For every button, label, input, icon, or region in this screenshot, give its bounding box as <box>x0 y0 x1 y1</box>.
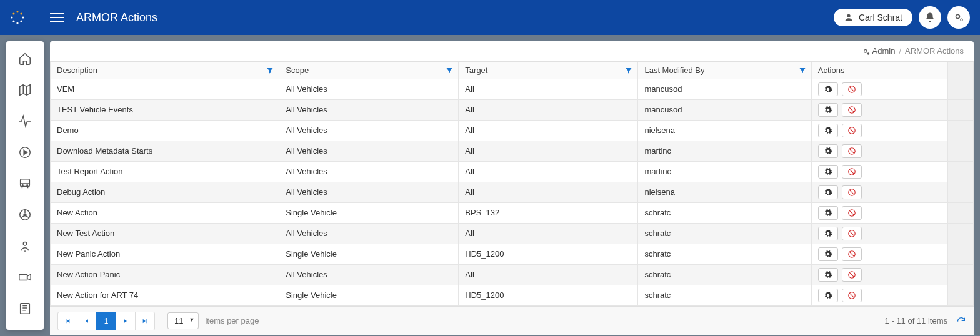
sidebar-item-bus[interactable] <box>18 176 32 191</box>
cell-modified-by: schratc <box>638 285 811 305</box>
breadcrumb-admin-link[interactable]: Admin <box>872 46 896 56</box>
cell-modified-by: schratc <box>638 223 811 244</box>
column-header-modified-by[interactable]: Last Modified By <box>638 62 811 79</box>
cell-actions <box>811 79 948 99</box>
user-menu-button[interactable]: Carl Schrat <box>834 9 912 26</box>
row-settings-button[interactable] <box>818 124 838 137</box>
sidebar-item-home[interactable] <box>18 51 32 66</box>
cell-scope: All Vehicles <box>279 182 459 202</box>
table-row: Download Metadata StartsAll VehiclesAllm… <box>51 141 974 161</box>
pager-last-button[interactable] <box>135 312 155 330</box>
row-delete-button[interactable] <box>842 103 862 117</box>
column-header-scope[interactable]: Scope <box>279 62 459 79</box>
cell-modified-by: schratc <box>638 244 811 264</box>
cell-description: New Action for ART 74 <box>51 285 279 305</box>
cell-modified-by: martinc <box>638 141 811 161</box>
cell-modified-by: schratc <box>638 202 811 223</box>
table-row: TEST Vehicle EventsAll VehiclesAllmancus… <box>51 99 974 120</box>
page-title: ARMOR Actions <box>76 11 158 24</box>
gear-icon <box>824 85 832 94</box>
prohibit-icon <box>848 85 856 94</box>
sidebar-item-book[interactable] <box>18 301 32 316</box>
pager-page-1-button[interactable]: 1 <box>96 312 116 330</box>
row-delete-button[interactable] <box>842 124 862 137</box>
cell-scope: All Vehicles <box>279 141 459 161</box>
gears-icon <box>953 12 964 23</box>
svg-rect-17 <box>21 304 30 314</box>
row-delete-button[interactable] <box>842 165 862 179</box>
gears-icon <box>862 47 871 56</box>
row-settings-button[interactable] <box>818 247 838 261</box>
svg-point-8 <box>847 14 850 17</box>
pager-prev-button[interactable] <box>77 312 97 330</box>
page-size-select[interactable]: 11 <box>168 312 199 329</box>
row-settings-button[interactable] <box>818 185 838 199</box>
row-settings-button[interactable] <box>818 103 838 117</box>
table-row: Debug ActionAll VehiclesAllnielsena <box>51 182 974 202</box>
row-settings-button[interactable] <box>818 206 838 220</box>
cell-target: All <box>459 141 638 161</box>
sidebar-item-map[interactable] <box>18 82 32 97</box>
svg-point-3 <box>20 20 22 22</box>
row-delete-button[interactable] <box>842 227 862 240</box>
row-settings-button[interactable] <box>818 289 838 302</box>
row-delete-button[interactable] <box>842 185 862 199</box>
row-settings-button[interactable] <box>818 227 838 240</box>
prohibit-icon <box>848 106 856 114</box>
sidebar-item-activity[interactable] <box>18 114 32 129</box>
filter-icon[interactable] <box>446 67 453 74</box>
sidebar <box>6 41 44 330</box>
menu-toggle-button[interactable] <box>50 11 64 24</box>
row-delete-button[interactable] <box>842 82 862 96</box>
cell-target: HD5_1200 <box>459 244 638 264</box>
row-delete-button[interactable] <box>842 289 862 302</box>
svg-point-7 <box>12 12 14 14</box>
prohibit-icon <box>848 188 856 197</box>
cell-scope: All Vehicles <box>279 120 459 141</box>
column-header-description[interactable]: Description <box>51 62 279 79</box>
cell-scope: Single Vehicle <box>279 202 459 223</box>
app-header: ARMOR Actions Carl Schrat <box>0 0 980 35</box>
settings-button[interactable] <box>948 6 970 29</box>
filter-icon[interactable] <box>266 67 274 74</box>
refresh-button[interactable] <box>956 316 966 326</box>
sidebar-item-steering[interactable] <box>18 207 32 222</box>
gear-icon <box>824 250 832 259</box>
sidebar-item-person-pin[interactable] <box>18 239 32 254</box>
row-delete-button[interactable] <box>842 268 862 282</box>
table-row: New Action PanicAll VehiclesAllschratc <box>51 264 974 285</box>
cell-description: Download Metadata Starts <box>51 141 279 161</box>
prohibit-icon <box>848 270 856 279</box>
pager-first-button[interactable] <box>58 312 78 330</box>
svg-point-15 <box>23 242 27 246</box>
row-settings-button[interactable] <box>818 82 838 96</box>
user-name: Carl Schrat <box>859 12 902 22</box>
row-settings-button[interactable] <box>818 268 838 282</box>
svg-point-4 <box>16 22 18 24</box>
cell-actions <box>811 182 948 202</box>
cell-scope: Single Vehicle <box>279 244 459 264</box>
svg-point-1 <box>20 12 22 14</box>
cell-actions <box>811 244 948 264</box>
sidebar-item-camera[interactable] <box>18 270 32 285</box>
svg-point-6 <box>11 16 12 18</box>
filter-icon[interactable] <box>799 67 806 74</box>
row-delete-button[interactable] <box>842 247 862 261</box>
cell-description: TEST Vehicle Events <box>51 99 279 120</box>
row-delete-button[interactable] <box>842 144 862 158</box>
sidebar-item-play[interactable] <box>18 145 32 160</box>
pager-next-button[interactable] <box>116 312 136 330</box>
filter-icon[interactable] <box>625 67 632 74</box>
row-settings-button[interactable] <box>818 165 838 179</box>
cell-actions <box>811 120 948 141</box>
breadcrumb-current: ARMOR Actions <box>905 46 964 56</box>
cell-description: New Action Panic <box>51 264 279 285</box>
row-settings-button[interactable] <box>818 144 838 158</box>
svg-point-5 <box>12 20 14 22</box>
row-delete-button[interactable] <box>842 206 862 220</box>
column-header-target[interactable]: Target <box>459 62 638 79</box>
svg-point-2 <box>22 16 24 18</box>
notifications-button[interactable] <box>919 6 941 29</box>
cell-scope: All Vehicles <box>279 79 459 99</box>
gear-icon <box>824 270 832 279</box>
